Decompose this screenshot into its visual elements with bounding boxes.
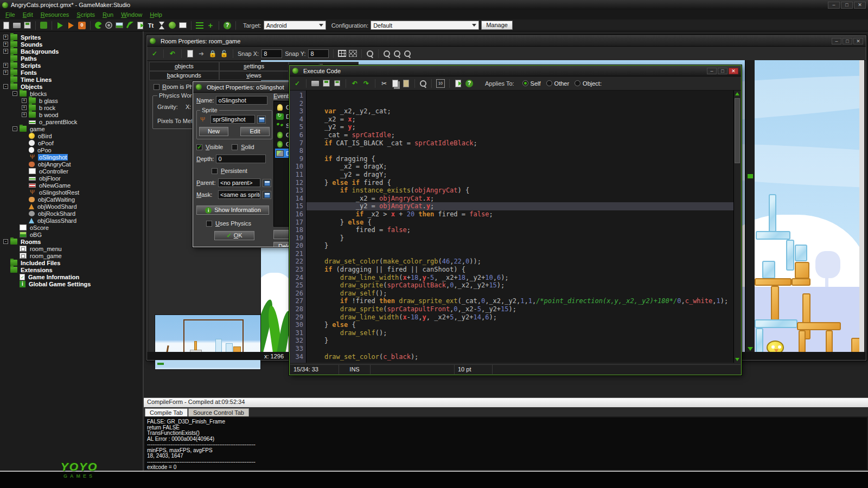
code-line-6[interactable]: _cat = sprCatIdle;: [307, 131, 733, 139]
paste-icon[interactable]: [403, 80, 409, 87]
radio-other[interactable]: Other: [546, 80, 570, 87]
code-line-18[interactable]: fired = false;: [307, 226, 733, 234]
code-vertical-scrollbar[interactable]: [733, 91, 741, 363]
create-room-icon[interactable]: [179, 22, 187, 28]
print-code-icon[interactable]: [334, 80, 340, 86]
create-object-icon[interactable]: [169, 22, 176, 29]
uses-physics-checkbox[interactable]: [206, 221, 212, 227]
configuration-dropdown[interactable]: Default: [371, 21, 479, 30]
menu-edit[interactable]: Edit: [23, 11, 33, 18]
radio-object[interactable]: Object:: [575, 80, 602, 87]
expand-icon[interactable]: +: [3, 49, 8, 54]
code-line-12[interactable]: } else if fired {: [307, 179, 733, 187]
zoom-reset-icon[interactable]: [404, 50, 411, 57]
code-line-2[interactable]: [307, 100, 733, 108]
minimize-button[interactable]: –: [828, 2, 840, 9]
create-script-icon[interactable]: [137, 22, 143, 29]
zoom-dropdown-icon[interactable]: [366, 50, 374, 57]
show-information-button[interactable]: i Show Information: [196, 206, 269, 215]
tree-item-objcatwaiting[interactable]: objCatWaiting: [0, 196, 143, 203]
tab-settings[interactable]: settings: [219, 62, 289, 71]
tree-item-obird[interactable]: oBird: [0, 132, 143, 139]
code-line-22[interactable]: draw_set_color(make_color_rgb(46,22,0));: [307, 258, 733, 266]
object-name-input[interactable]: [216, 96, 267, 105]
tree-item-b-wood[interactable]: +b wood: [0, 111, 143, 118]
code-line-14[interactable]: _x2 = objAngryCat.x;: [307, 195, 733, 203]
visible-checkbox[interactable]: [196, 144, 202, 150]
menu-resources[interactable]: Resources: [41, 11, 69, 18]
code-line-25[interactable]: draw_sprite(sprCatapultBack,0,_x2,_y2+15…: [307, 281, 733, 290]
menu-file[interactable]: File: [5, 11, 15, 18]
ok-button[interactable]: ✓ OK: [214, 231, 254, 240]
expand-icon[interactable]: +: [22, 105, 27, 110]
code-confirm-icon[interactable]: ✓: [293, 79, 302, 88]
mask-menu-icon[interactable]: [263, 191, 271, 199]
tree-item-b-glass[interactable]: +b glass: [0, 97, 143, 104]
tree-item-ocontroller[interactable]: oController: [0, 168, 143, 175]
tree-item-obg[interactable]: oBG: [0, 231, 143, 238]
code-line-16[interactable]: if _x2 > x + 20 then fired = false;: [307, 210, 733, 219]
code-line-30[interactable]: } else {: [307, 321, 733, 329]
code-line-31[interactable]: draw_self();: [307, 329, 733, 337]
code-line-15[interactable]: _y2 = objAngryCat.y;: [307, 202, 733, 210]
radio-self[interactable]: Self: [522, 80, 541, 87]
code-line-34[interactable]: draw_set_color(c_black);: [307, 353, 733, 361]
room-window-titlebar[interactable]: Room Properties: room_game – □ ✕: [147, 36, 866, 47]
mask-value[interactable]: <same as sprite>: [218, 190, 260, 199]
tree-item-opoo[interactable]: oPoo: [0, 146, 143, 153]
load-code-icon[interactable]: [311, 81, 319, 86]
open-project-icon[interactable]: [13, 23, 21, 28]
tree-item-objfloor[interactable]: objFloor: [0, 175, 143, 182]
unlock-icon[interactable]: 🔓: [220, 49, 228, 58]
expand-icon[interactable]: +: [3, 70, 8, 75]
manage-button[interactable]: Manage: [481, 21, 513, 30]
code-help-icon[interactable]: ?: [465, 80, 473, 87]
help-icon[interactable]: ?: [224, 22, 231, 29]
char-map-icon[interactable]: 10: [436, 79, 445, 88]
sprite-name-input[interactable]: [210, 115, 255, 124]
room-maximize-button[interactable]: □: [843, 38, 852, 44]
menu-scripts[interactable]: Scripts: [76, 11, 95, 18]
new-project-icon[interactable]: [3, 22, 9, 29]
code-line-27[interactable]: if !fired then draw_sprite_ext(_cat,0,_x…: [307, 297, 733, 305]
code-line-9[interactable]: if dragging {: [307, 155, 733, 163]
scrollbar-thumb[interactable]: [735, 98, 740, 163]
new-sprite-button[interactable]: New: [199, 127, 228, 136]
create-path-icon[interactable]: [126, 22, 133, 29]
tree-item-objangrycat[interactable]: objAngryCat: [0, 160, 143, 168]
tab-backgrounds[interactable]: backgrounds: [149, 71, 219, 80]
copy-icon[interactable]: [392, 80, 398, 87]
save-project-icon[interactable]: [24, 22, 31, 29]
tree-item-room_menu[interactable]: room_menu: [0, 245, 143, 252]
code-maximize-button[interactable]: □: [718, 68, 727, 74]
clear-room-icon[interactable]: [187, 50, 193, 57]
expand-icon[interactable]: +: [3, 63, 8, 68]
scrollbar-thumb[interactable]: [748, 174, 753, 178]
tree-item-oslingshotrest[interactable]: ΨoSlingshotRest: [0, 189, 143, 196]
menu-run[interactable]: Run: [103, 11, 113, 18]
room-minimize-button[interactable]: –: [832, 38, 841, 44]
create-timeline-icon[interactable]: [157, 21, 166, 30]
tree-item-oscore[interactable]: oScore: [0, 224, 143, 231]
cut-icon[interactable]: ✂: [380, 79, 388, 88]
code-line-20[interactable]: }: [307, 242, 733, 250]
shift-room-icon[interactable]: ➜: [197, 49, 206, 58]
create-sound-icon[interactable]: [105, 22, 112, 29]
expand-icon[interactable]: +: [3, 35, 8, 40]
redo-icon[interactable]: ↷: [362, 79, 371, 88]
maximize-button[interactable]: □: [841, 2, 853, 9]
tree-item-objrockshard[interactable]: objRockShard: [0, 210, 143, 217]
code-line-17[interactable]: } else {: [307, 219, 733, 227]
code-lines[interactable]: var _x2,_y2,_cat; _x2 = x; _y2 = y; _cat…: [307, 91, 733, 363]
tab-source-control-tab[interactable]: Source Control Tab: [188, 408, 249, 416]
expand-icon[interactable]: +: [3, 42, 8, 47]
lock-icon[interactable]: 🔒: [208, 49, 217, 58]
code-line-11[interactable]: _y2 = dragY;: [307, 171, 733, 179]
scroll-down-icon[interactable]: [748, 347, 753, 351]
tree-item-sprites[interactable]: +Sprites: [0, 34, 143, 41]
instances-list-icon[interactable]: [196, 22, 203, 29]
collapse-icon[interactable]: -: [3, 84, 8, 89]
tab-objects[interactable]: objects: [149, 62, 219, 71]
code-line-7[interactable]: if CAT_IS_BLACK _cat = sprCatIdleBlack;: [307, 139, 733, 147]
code-line-3[interactable]: var _x2,_y2,_cat;: [307, 107, 733, 115]
